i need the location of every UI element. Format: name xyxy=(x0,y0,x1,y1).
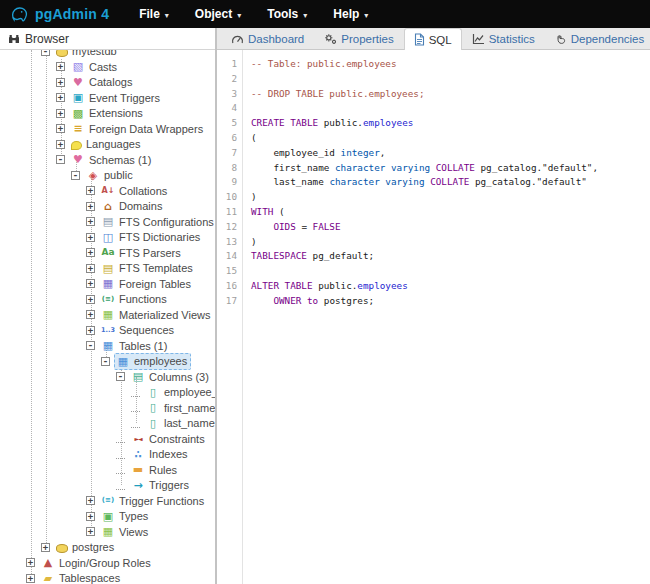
tree-item-functions[interactable]: +(≡)Functions xyxy=(0,292,215,308)
tree-item-types[interactable]: +▣Types xyxy=(0,509,215,525)
tree-expander-toggle[interactable]: + xyxy=(86,527,95,536)
tree-expander-toggle[interactable]: - xyxy=(71,171,80,180)
tree-item-labelwrap: ▤FTS Templates xyxy=(99,260,197,277)
tree-expander-toggle[interactable]: + xyxy=(56,93,65,102)
tab-sql[interactable]: SQL xyxy=(404,28,462,50)
sql-editor[interactable]: 1234567891011121314151617 -- Table: publ… xyxy=(217,50,650,584)
tree-expander-toggle[interactable]: + xyxy=(86,279,95,288)
tree-item-columns-3[interactable]: -▤Columns (3) xyxy=(0,369,215,385)
tree-item-foreign-tables[interactable]: +▦Foreign Tables xyxy=(0,276,215,292)
tree-item-label: Sequences xyxy=(119,324,174,336)
tree-expander-toggle[interactable]: + xyxy=(56,109,65,118)
tree-item-label: Types xyxy=(119,510,148,522)
tree-expander-toggle[interactable]: + xyxy=(86,310,95,319)
tree-item-label: Languages xyxy=(86,138,140,150)
tree-item-fts-dictionaries[interactable]: +◫FTS Dictionaries xyxy=(0,230,215,246)
tree-item-labelwrap: ▯first_name xyxy=(144,399,215,416)
sql-line-number: 3 xyxy=(217,87,242,102)
sql-line-number: 2 xyxy=(217,72,242,87)
tree-item-postgres[interactable]: +postgres xyxy=(0,540,215,556)
tree-item-rules[interactable]: ▬Rules xyxy=(0,462,215,478)
menu-object[interactable]: Object▾ xyxy=(195,7,241,21)
sql-line-number: 14 xyxy=(217,249,242,264)
tree-expander-toggle[interactable]: - xyxy=(101,357,110,366)
tree-item-fts-templates[interactable]: +▤FTS Templates xyxy=(0,261,215,277)
sql-token-plain: ) xyxy=(251,191,257,202)
fts-parsers-icon: Aa xyxy=(101,246,115,259)
tree-item-public[interactable]: -◈public xyxy=(0,168,215,184)
tree-item-domains[interactable]: +⌂Domains xyxy=(0,199,215,215)
tree-expander-toggle[interactable]: + xyxy=(86,496,95,505)
tree-expander-toggle[interactable]: - xyxy=(41,50,50,56)
sql-line-number: 8 xyxy=(217,161,242,176)
tree-item-sequences[interactable]: +1..3Sequences xyxy=(0,323,215,339)
tree-item-catalogs[interactable]: +♥Catalogs xyxy=(0,75,215,91)
tab-statistics[interactable]: Statistics xyxy=(462,28,545,49)
tree-item-label: FTS Dictionaries xyxy=(119,231,200,243)
tab-dependencies[interactable]: Dependencies xyxy=(545,28,650,49)
tree-expander-toggle[interactable]: - xyxy=(86,341,95,350)
menu-tools[interactable]: Tools▾ xyxy=(267,7,307,21)
tree-item-materialized-views[interactable]: +▦Materialized Views xyxy=(0,307,215,323)
tree-expander-toggle[interactable]: - xyxy=(116,372,125,381)
tree-item-label: FTS Parsers xyxy=(119,247,181,259)
tree-expander-toggle[interactable]: + xyxy=(56,140,65,149)
tree-expander-toggle[interactable]: + xyxy=(86,512,95,521)
tree-expander-toggle[interactable]: + xyxy=(56,62,65,71)
tree-item-languages[interactable]: +Languages xyxy=(0,137,215,153)
tree-item-label: Indexes xyxy=(149,448,188,460)
tree-expander-toggle[interactable]: + xyxy=(86,264,95,273)
tree-item-event-triggers[interactable]: +▣Event Triggers xyxy=(0,90,215,106)
sql-token-type: character varying xyxy=(335,162,430,173)
sql-token-ident: employees xyxy=(363,117,413,128)
tree-item-employees[interactable]: -▦employees xyxy=(0,354,215,370)
tree-item-labelwrap: ▦Foreign Tables xyxy=(99,275,195,292)
tree-expander-toggle[interactable]: + xyxy=(41,543,50,552)
detail-tabbar: DashboardPropertiesSQLStatisticsDependen… xyxy=(217,28,650,50)
tree-expander-toggle[interactable]: + xyxy=(86,217,95,226)
tree-item-labelwrap: ♥Catalogs xyxy=(69,74,136,91)
tree-item-label: mytestdb xyxy=(72,50,117,57)
tab-properties[interactable]: Properties xyxy=(314,28,403,49)
tree-expander-toggle[interactable]: + xyxy=(86,295,95,304)
menu-file[interactable]: File▾ xyxy=(139,7,169,21)
public-schema-icon: ◈ xyxy=(86,169,100,182)
tree-item-collations[interactable]: +A↓Collations xyxy=(0,183,215,199)
tree-item-trigger-functions[interactable]: +(≡)Trigger Functions xyxy=(0,493,215,509)
tree-item-label: Tables (1) xyxy=(119,340,167,352)
tree-expander-toggle[interactable]: + xyxy=(26,574,35,583)
tree-item-tablespaces[interactable]: +▰Tablespaces xyxy=(0,571,215,584)
tree-expander-toggle[interactable]: - xyxy=(56,155,65,164)
tree-item-label: Foreign Data Wrappers xyxy=(89,123,203,135)
tree-item-foreign-data-wrappers[interactable]: +≡Foreign Data Wrappers xyxy=(0,121,215,137)
tree-item-fts-parsers[interactable]: +AaFTS Parsers xyxy=(0,245,215,261)
tab-dashboard[interactable]: Dashboard xyxy=(221,28,314,49)
tree-item-labelwrap: ▤FTS Configurations xyxy=(99,213,215,230)
tree-item-first-name[interactable]: ▯first_name xyxy=(0,400,215,416)
tree-item-fts-configurations[interactable]: +▤FTS Configurations xyxy=(0,214,215,230)
tree-item-tables-1[interactable]: -▦Tables (1) xyxy=(0,338,215,354)
sql-code-line: employee_id integer, xyxy=(251,146,650,161)
tree-item-triggers[interactable]: →Triggers xyxy=(0,478,215,494)
tree-item-employee-id[interactable]: ▯employee_id xyxy=(0,385,215,401)
tree-item-last-name[interactable]: ▯last_name xyxy=(0,416,215,432)
tree-item-casts[interactable]: +▧Casts xyxy=(0,59,215,75)
tree-item-labelwrap: ◫FTS Dictionaries xyxy=(99,229,204,246)
tree-expander-toggle[interactable]: + xyxy=(86,202,95,211)
tree-expander-toggle[interactable]: + xyxy=(86,233,95,242)
tree-expander-toggle[interactable]: + xyxy=(26,558,35,567)
tree-expander-toggle[interactable]: + xyxy=(86,186,95,195)
tree-expander-toggle[interactable]: + xyxy=(86,326,95,335)
tree-expander-toggle[interactable]: + xyxy=(56,78,65,87)
tree-expander-toggle[interactable]: + xyxy=(56,124,65,133)
tree-item-label: Columns (3) xyxy=(149,371,209,383)
tree-item-extensions[interactable]: +▩Extensions xyxy=(0,106,215,122)
tree-item-label: Materialized Views xyxy=(119,309,211,321)
tree-item-indexes[interactable]: ∴Indexes xyxy=(0,447,215,463)
tree-expander-toggle[interactable]: + xyxy=(86,248,95,257)
tree-item-views[interactable]: +▦Views xyxy=(0,524,215,540)
tree-item-constraints[interactable]: ►◄Constraints xyxy=(0,431,215,447)
tree-item-login-group-roles[interactable]: +▲Login/Group Roles xyxy=(0,555,215,571)
tree-item-schemas-1[interactable]: -♥Schemas (1) xyxy=(0,152,215,168)
menu-help[interactable]: Help▾ xyxy=(333,7,368,21)
